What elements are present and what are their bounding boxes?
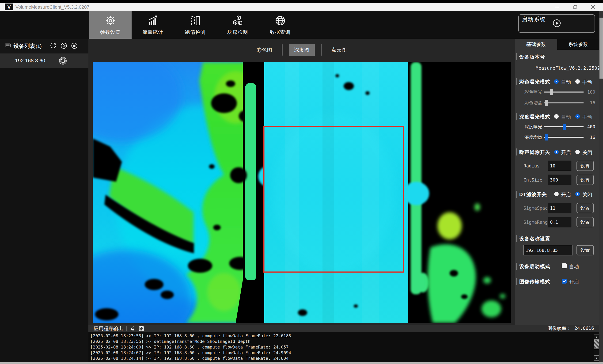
tab-system-params[interactable]: 系统参数 <box>557 39 600 50</box>
gear-icon <box>104 14 116 28</box>
log-scrollbar-thumb[interactable] <box>594 340 599 349</box>
sigmaspace-label: SigmaSpace <box>523 205 550 211</box>
radius-set-button[interactable]: 设置 <box>577 161 594 171</box>
sigmaspace-set-button[interactable]: 设置 <box>577 203 594 213</box>
device-list-title: 设备列表 <box>14 42 35 50</box>
refresh-button[interactable] <box>49 42 57 50</box>
section-accent-bar <box>516 278 517 285</box>
dt-filter-label: DT滤波开关 <box>519 191 547 198</box>
minimize-button[interactable] <box>552 3 562 11</box>
sigmarange-input[interactable] <box>548 217 571 227</box>
device-list-actions <box>49 42 88 50</box>
start-system-button[interactable]: 启动系统 <box>518 14 595 33</box>
depth-image-view <box>93 62 511 323</box>
sigmarange-label: SigmaRange <box>523 220 550 225</box>
color-exposure-handle[interactable] <box>550 89 553 95</box>
nav-item-coal-detect[interactable]: 块煤检测 <box>217 11 259 39</box>
color-mode-manual-radio[interactable] <box>575 79 580 84</box>
stop-all-button[interactable] <box>70 42 78 50</box>
transfer-mode-checkbox[interactable] <box>562 279 567 283</box>
nav-item-deviation-detect[interactable]: 跑偏检测 <box>174 11 217 39</box>
section-accent-bar <box>516 53 517 60</box>
noise-on-radio[interactable] <box>554 150 559 154</box>
tab-pointcloud-image[interactable]: 点云图 <box>328 44 350 56</box>
color-gain-label: 彩色增益 <box>515 100 542 106</box>
clear-log-button[interactable] <box>130 326 136 331</box>
window-scrollbar-thumb[interactable] <box>600 18 603 79</box>
color-mode-manual-label: 手动 <box>582 79 592 85</box>
nav-item-data-query[interactable]: 数据查询 <box>259 11 302 39</box>
color-exposure-slider[interactable] <box>544 92 583 93</box>
depth-exposure-value: 400 <box>584 124 595 129</box>
section-accent-bar <box>516 78 517 85</box>
cntsize-set-button[interactable]: 设置 <box>577 175 594 185</box>
depth-gain-handle[interactable] <box>545 134 548 141</box>
color-gain-handle[interactable] <box>545 100 548 106</box>
start-system-label: 启动系统 <box>519 15 546 23</box>
device-ip: 192.168.8.60 <box>15 58 45 64</box>
device-name-input[interactable] <box>523 245 573 255</box>
device-row[interactable]: 192.168.8.60 <box>0 53 88 68</box>
sigmarange-row: SigmaRange 设置 <box>515 217 599 228</box>
sigmaspace-row: SigmaSpace 设置 <box>515 203 599 214</box>
device-name-title: 设备名称设置 <box>519 235 550 242</box>
tab-basic-params[interactable]: 基础参数 <box>515 39 557 50</box>
close-button[interactable] <box>588 3 598 11</box>
depth-exposure-label: 深度曝光 <box>515 124 542 130</box>
start-mode-label: 设备启动模式 <box>519 263 550 270</box>
viewer-area: 彩色图 深度图 点云图 <box>88 39 515 325</box>
sigmarange-set-button[interactable]: 设置 <box>577 217 594 227</box>
restore-button[interactable] <box>570 3 581 11</box>
dt-off-radio[interactable] <box>575 192 580 196</box>
section-accent-bar <box>516 113 517 120</box>
tab-depth-image[interactable]: 深度图 <box>289 44 315 56</box>
flow-stats-icon <box>147 14 159 28</box>
cntsize-row: CntSize 设置 <box>515 175 599 186</box>
depth-gain-slider[interactable] <box>544 137 583 138</box>
log-line: [2025-02-08 18:24:14] >> IP: 192.168.8.6… <box>90 356 599 361</box>
floppy-save-icon <box>139 326 144 331</box>
log-scroll-down-button[interactable]: ▼ <box>594 355 599 361</box>
device-name-set-button[interactable]: 设置 <box>577 245 594 255</box>
frame-rate-value: 24.0616 <box>574 325 594 332</box>
radius-row: Radius 设置 <box>515 161 599 171</box>
nav-item-flow-statistics[interactable]: 流量统计 <box>132 11 174 39</box>
color-gain-slider[interactable] <box>544 102 583 104</box>
cntsize-input[interactable] <box>548 175 571 185</box>
nav-items: 参数设置 流量统计 跑偏检测 <box>89 11 302 39</box>
play-all-button[interactable] <box>60 42 68 50</box>
depth-exposure-row: 深度曝光 400 <box>515 123 599 131</box>
window-scrollbar[interactable] <box>599 11 603 362</box>
minimize-icon <box>555 5 559 9</box>
depth-exposure-handle[interactable] <box>563 124 566 130</box>
sigmaspace-input[interactable] <box>548 203 571 213</box>
viewer-tabs: 彩色图 深度图 点云图 <box>88 43 515 57</box>
top-black-strip <box>0 0 603 3</box>
device-power-button[interactable] <box>59 57 67 65</box>
log-scroll-up-button[interactable]: ▲ <box>594 334 599 340</box>
noise-off-radio[interactable] <box>575 150 580 154</box>
depth-exposure-slider[interactable] <box>544 126 583 127</box>
log-line: [2025-02-08 18:24:07] >> IP: 192.168.8.6… <box>90 350 599 356</box>
log-line: [2025-02-08 18:24:00] >> IP: 192.168.8.6… <box>90 344 599 350</box>
close-icon <box>591 5 595 9</box>
data-query-globe-icon <box>274 14 286 28</box>
color-mode-auto-radio[interactable] <box>554 79 559 84</box>
log-tab-label[interactable]: 应用程序输出 <box>93 325 123 332</box>
section-accent-bar <box>516 148 517 155</box>
nav-label: 流量统计 <box>143 29 163 35</box>
tab-color-image[interactable]: 彩色图 <box>254 44 276 56</box>
nav-item-parameter-settings[interactable]: 参数设置 <box>89 11 132 39</box>
log-output[interactable]: [2025-02-08 18:23:53] >> IP: 192.168.8.6… <box>88 332 599 362</box>
start-mode-option-label: 自动 <box>569 263 579 270</box>
dt-on-radio[interactable] <box>554 192 559 196</box>
depth-mode-manual-radio[interactable] <box>575 114 580 119</box>
depth-mode-auto-radio[interactable] <box>554 114 559 119</box>
restore-icon <box>573 5 577 9</box>
frame-rate-label: 图像帧率： <box>548 325 571 332</box>
main-toolbar: 参数设置 流量统计 跑偏检测 <box>0 11 603 39</box>
radius-input[interactable] <box>548 161 571 171</box>
depth-image <box>93 62 511 323</box>
save-log-button[interactable] <box>139 326 144 331</box>
start-mode-checkbox[interactable] <box>562 263 567 268</box>
